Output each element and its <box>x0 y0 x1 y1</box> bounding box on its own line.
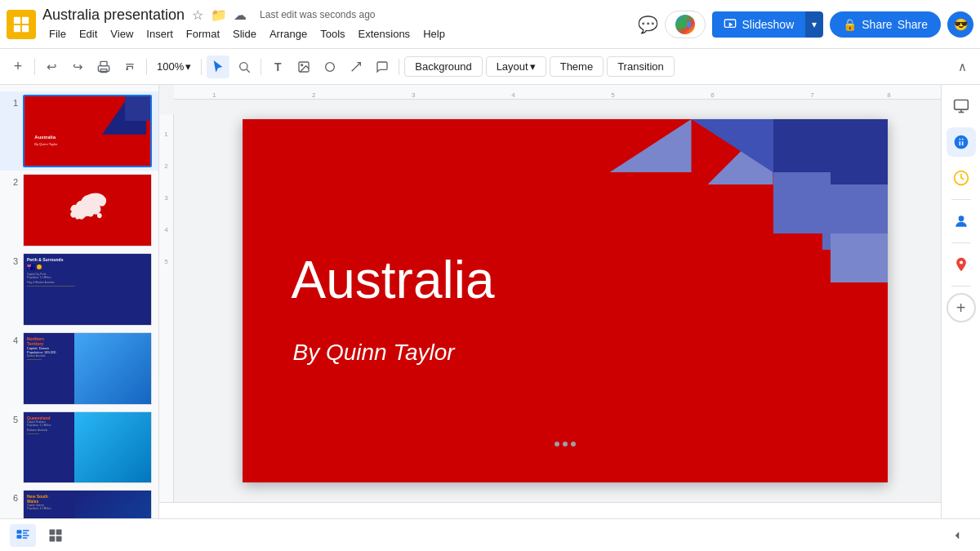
transition-button[interactable]: Transition <box>607 56 675 77</box>
redo-button[interactable]: ↪ <box>66 56 89 78</box>
svg-line-15 <box>352 62 361 71</box>
bottom-bar <box>0 518 980 551</box>
slide-thumb-5: Queensland Capital: Brisbane Population:… <box>23 411 152 484</box>
slideshow-dropdown[interactable]: ▾ <box>805 11 823 38</box>
menu-file[interactable]: File <box>42 25 73 42</box>
slide-item-4[interactable]: 4 NorthernTerritory Capital: Darwin Popu… <box>0 329 158 408</box>
slide-number-6: 6 <box>7 493 18 503</box>
svg-rect-3 <box>22 24 29 31</box>
background-button[interactable]: Background <box>404 56 482 77</box>
svg-line-11 <box>247 69 250 73</box>
slide-item-5[interactable]: 5 Queensland Capital: Brisbane Populatio… <box>0 408 158 487</box>
slide-item-2[interactable]: 2 <box>0 171 158 250</box>
canvas-area: 1 2 3 4 5 6 7 8 1 2 3 4 5 <box>159 85 941 551</box>
separator <box>34 59 35 75</box>
menu-arrange[interactable]: Arrange <box>263 25 314 42</box>
separator <box>399 59 399 75</box>
zoom-tool[interactable] <box>233 56 256 78</box>
image-tool[interactable] <box>292 56 315 78</box>
doc-title[interactable]: Australia presentation <box>42 7 185 24</box>
canvas-body: 1 2 3 4 5 Australia <box>159 100 941 502</box>
right-panel: + <box>941 85 980 551</box>
list-view-button[interactable] <box>10 524 36 547</box>
main-slide[interactable]: Australia By Quinn Taylor <box>243 119 888 482</box>
geo-shape-6 <box>773 172 831 233</box>
slide-number-2: 2 <box>7 177 18 187</box>
ruler-mark: 4 <box>511 91 514 99</box>
slideshow-button[interactable]: Slideshow <box>712 11 805 38</box>
svg-rect-25 <box>17 535 22 539</box>
separator <box>261 59 261 75</box>
svg-rect-27 <box>23 537 27 539</box>
meet-icon <box>675 15 695 34</box>
separator <box>201 59 202 75</box>
app-icon[interactable] <box>7 10 36 39</box>
menu-insert[interactable]: Insert <box>140 25 180 42</box>
header-actions: 💬 Slideshow ▾ 🔒 ShareShare 😎 <box>638 11 973 38</box>
text-tool[interactable]: T <box>266 56 289 78</box>
menu-extensions[interactable]: Extensions <box>352 25 417 42</box>
slide-container: Australia By Quinn Taylor <box>189 100 941 502</box>
slideshow-label: Slideshow <box>742 18 794 31</box>
menu-edit[interactable]: Edit <box>73 25 104 42</box>
slide-main-title[interactable]: Australia <box>292 250 495 310</box>
svg-rect-26 <box>23 535 29 536</box>
chat-button[interactable]: 💬 <box>638 15 658 34</box>
tasks-icon[interactable] <box>947 163 976 193</box>
svg-point-20 <box>958 216 964 221</box>
cursor-tool[interactable] <box>207 56 229 78</box>
slideshow-group: Slideshow ▾ <box>712 11 823 38</box>
maps-icon[interactable] <box>947 250 976 279</box>
geo-shape-8 <box>831 233 888 282</box>
layout-button[interactable]: Layout▾ <box>486 56 546 77</box>
comment-tool[interactable] <box>371 56 394 78</box>
collapse-toolbar-button[interactable]: ∧ <box>951 56 973 78</box>
menu-slide[interactable]: Slide <box>226 25 263 42</box>
add-panel-button[interactable]: + <box>947 293 976 322</box>
slide-thumb-4: NorthernTerritory Capital: Darwin Popula… <box>23 332 152 405</box>
zoom-label: 100% <box>157 60 184 73</box>
svg-rect-9 <box>100 69 107 72</box>
svg-point-14 <box>326 62 335 71</box>
slide-item-1[interactable]: 1 Australia By Quinn Taylor <box>0 91 158 171</box>
folder-icon[interactable]: 📁 <box>211 7 227 23</box>
user-avatar[interactable]: 😎 <box>947 11 973 38</box>
zoom-button[interactable]: 100% ▾ <box>152 59 196 74</box>
explore-icon[interactable] <box>947 127 976 157</box>
slide-thumb-3: Perth & Surrounds 🇦🇺 Capital City Perth … <box>23 253 152 326</box>
menu-help[interactable]: Help <box>416 25 452 42</box>
line-tool[interactable] <box>345 56 368 78</box>
ruler-mark: 7 <box>810 91 813 99</box>
add-button[interactable]: + <box>7 56 29 78</box>
menu-format[interactable]: Format <box>180 25 226 42</box>
slide-number-5: 5 <box>7 415 18 424</box>
print-button[interactable] <box>92 56 115 78</box>
menu-view[interactable]: View <box>104 25 140 42</box>
star-icon[interactable]: ☆ <box>189 7 206 23</box>
shapes-tool[interactable] <box>318 56 341 78</box>
ruler-mark: 5 <box>611 91 614 99</box>
collapse-sidebar-button[interactable] <box>944 524 970 547</box>
right-panel-separator <box>951 199 971 200</box>
svg-rect-4 <box>679 20 686 28</box>
meet-button[interactable] <box>665 11 706 38</box>
svg-rect-30 <box>50 535 56 541</box>
share-button[interactable]: 🔒 ShareShare <box>830 11 941 38</box>
top-bar: Australia presentation ☆ 📁 ☁ Last edit w… <box>0 0 980 49</box>
svg-point-21 <box>959 260 962 264</box>
menu-tools[interactable]: Tools <box>314 25 351 42</box>
slide-subtitle[interactable]: By Quinn Taylor <box>293 340 455 366</box>
right-panel-separator-2 <box>951 242 971 243</box>
grid-view-button[interactable] <box>42 524 69 547</box>
slides-panel-icon[interactable] <box>947 91 976 121</box>
cloud-icon[interactable]: ☁ <box>232 7 248 23</box>
slide-number-3: 3 <box>7 256 18 266</box>
theme-button[interactable]: Theme <box>550 56 604 77</box>
undo-button[interactable]: ↩ <box>40 56 63 78</box>
svg-rect-24 <box>23 532 27 534</box>
edit-status: Last edit was seconds ago <box>260 9 375 20</box>
paint-format-button[interactable] <box>118 56 141 78</box>
slide-item-3[interactable]: 3 Perth & Surrounds 🇦🇺 Capital City Pert… <box>0 250 158 329</box>
contacts-icon[interactable] <box>947 207 976 236</box>
slide-thumb-2 <box>23 174 152 247</box>
